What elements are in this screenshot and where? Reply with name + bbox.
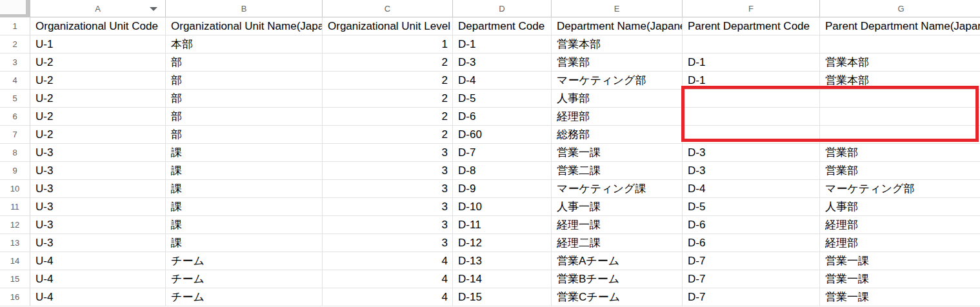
row-header-3[interactable]: 3: [0, 54, 30, 72]
cell-B10[interactable]: 課: [166, 180, 323, 198]
cell-F11[interactable]: D-5: [683, 198, 820, 216]
cell-F4[interactable]: D-1: [683, 72, 820, 90]
row-header-15[interactable]: 15: [0, 270, 30, 288]
cell-D8[interactable]: D-7: [453, 144, 552, 162]
column-header-e[interactable]: E: [552, 0, 683, 17]
cell-G1[interactable]: Parent Department Name(Japanese): [820, 17, 980, 35]
cell-G3[interactable]: 営業本部: [820, 54, 980, 72]
cell-B11[interactable]: 課: [166, 198, 323, 216]
cell-E6[interactable]: 経理部: [552, 108, 683, 126]
cell-G15[interactable]: 営業一課: [820, 270, 980, 288]
cell-C5[interactable]: 2: [323, 90, 453, 108]
cell-F13[interactable]: D-6: [683, 234, 820, 252]
cell-E4[interactable]: マーケティング部: [552, 72, 683, 90]
cell-E2[interactable]: 営業本部: [552, 35, 683, 54]
cell-C15[interactable]: 4: [323, 270, 453, 288]
cell-F8[interactable]: D-3: [683, 144, 820, 162]
cell-G8[interactable]: 営業部: [820, 144, 980, 162]
cell-G13[interactable]: 経理部: [820, 234, 980, 252]
row-header-16[interactable]: 16: [0, 288, 30, 306]
cell-D5[interactable]: D-5: [453, 90, 552, 108]
column-header-c[interactable]: C: [323, 0, 453, 17]
cell-B14[interactable]: チーム: [166, 252, 323, 270]
cell-E8[interactable]: 営業一課: [552, 144, 683, 162]
cell-B4[interactable]: 部: [166, 72, 323, 90]
cell-A1[interactable]: Organizational Unit Code: [30, 17, 166, 35]
cell-B2[interactable]: 本部: [166, 35, 323, 54]
row-header-14[interactable]: 14: [0, 252, 30, 270]
cell-E7[interactable]: 総務部: [552, 126, 683, 144]
cell-G7[interactable]: [820, 126, 980, 144]
cell-D13[interactable]: D-12: [453, 234, 552, 252]
cell-A15[interactable]: U-4: [30, 270, 166, 288]
cell-F3[interactable]: D-1: [683, 54, 820, 72]
cell-E1[interactable]: Department Name(Japanese): [552, 17, 683, 35]
cell-F2[interactable]: [683, 35, 820, 54]
chevron-down-icon[interactable]: [150, 7, 157, 11]
cell-B6[interactable]: 部: [166, 108, 323, 126]
column-header-b[interactable]: B: [166, 0, 323, 17]
cell-E5[interactable]: 人事部: [552, 90, 683, 108]
cell-A8[interactable]: U-3: [30, 144, 166, 162]
cell-F9[interactable]: D-3: [683, 162, 820, 180]
column-header-f[interactable]: F: [683, 0, 820, 17]
cell-B15[interactable]: チーム: [166, 270, 323, 288]
row-header-6[interactable]: 6: [0, 108, 30, 126]
cell-A13[interactable]: U-3: [30, 234, 166, 252]
cell-D2[interactable]: D-1: [453, 35, 552, 54]
cell-G5[interactable]: [820, 90, 980, 108]
cell-D9[interactable]: D-8: [453, 162, 552, 180]
cell-A14[interactable]: U-4: [30, 252, 166, 270]
cell-C9[interactable]: 3: [323, 162, 453, 180]
cell-G12[interactable]: 経理部: [820, 216, 980, 234]
cell-A6[interactable]: U-2: [30, 108, 166, 126]
row-header-5[interactable]: 5: [0, 90, 30, 108]
cell-F7[interactable]: [683, 126, 820, 144]
cell-E16[interactable]: 営業Cチーム: [552, 288, 683, 306]
cell-F12[interactable]: D-6: [683, 216, 820, 234]
row-header-8[interactable]: 8: [0, 144, 30, 162]
cell-G11[interactable]: 人事部: [820, 198, 980, 216]
column-header-a[interactable]: A: [30, 0, 166, 17]
cell-E13[interactable]: 経理二課: [552, 234, 683, 252]
cell-F5[interactable]: [683, 90, 820, 108]
cell-B12[interactable]: 課: [166, 216, 323, 234]
cell-C11[interactable]: 3: [323, 198, 453, 216]
cell-C3[interactable]: 2: [323, 54, 453, 72]
cell-G16[interactable]: 営業一課: [820, 288, 980, 306]
cell-C4[interactable]: 2: [323, 72, 453, 90]
cell-C10[interactable]: 3: [323, 180, 453, 198]
cell-D4[interactable]: D-4: [453, 72, 552, 90]
cell-E14[interactable]: 営業Aチーム: [552, 252, 683, 270]
row-header-7[interactable]: 7: [0, 126, 30, 144]
cell-B7[interactable]: 部: [166, 126, 323, 144]
cell-D12[interactable]: D-11: [453, 216, 552, 234]
cell-G6[interactable]: [820, 108, 980, 126]
row-header-2[interactable]: 2: [0, 35, 30, 54]
cell-G9[interactable]: 営業部: [820, 162, 980, 180]
cell-D14[interactable]: D-13: [453, 252, 552, 270]
column-header-g[interactable]: G: [820, 0, 980, 17]
cell-D3[interactable]: D-3: [453, 54, 552, 72]
cell-A10[interactable]: U-3: [30, 180, 166, 198]
cell-A5[interactable]: U-2: [30, 90, 166, 108]
cell-E10[interactable]: マーケティング課: [552, 180, 683, 198]
cell-F14[interactable]: D-7: [683, 252, 820, 270]
cell-F15[interactable]: D-7: [683, 270, 820, 288]
cell-D7[interactable]: D-60: [453, 126, 552, 144]
cell-B16[interactable]: チーム: [166, 288, 323, 306]
cell-C16[interactable]: 4: [323, 288, 453, 306]
cell-B1[interactable]: Organizational Unit Name(Japanese): [166, 17, 323, 35]
cell-D11[interactable]: D-10: [453, 198, 552, 216]
row-header-13[interactable]: 13: [0, 234, 30, 252]
cell-C7[interactable]: 2: [323, 126, 453, 144]
cell-A3[interactable]: U-2: [30, 54, 166, 72]
row-header-10[interactable]: 10: [0, 180, 30, 198]
cell-E12[interactable]: 経理一課: [552, 216, 683, 234]
cell-B9[interactable]: 課: [166, 162, 323, 180]
cell-D1[interactable]: Department Code: [453, 17, 552, 35]
cell-A7[interactable]: U-2: [30, 126, 166, 144]
select-all-corner[interactable]: [0, 0, 30, 17]
cell-B8[interactable]: 課: [166, 144, 323, 162]
cell-A2[interactable]: U-1: [30, 35, 166, 54]
